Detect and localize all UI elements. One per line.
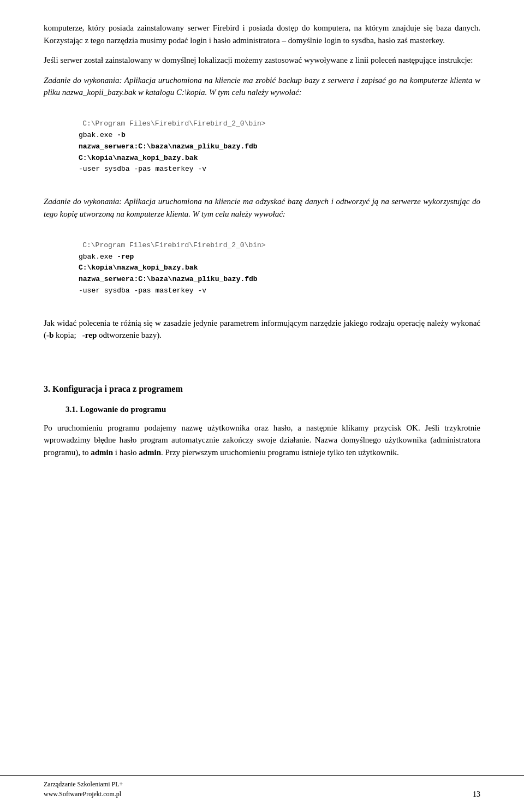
task-label-2: Zadanie do wykonania: Aplikacja uruchomi… xyxy=(44,195,480,220)
page: komputerze, który posiada zainstalowany … xyxy=(0,0,524,812)
paragraph-2: Jeśli serwer został zainstalowany w domy… xyxy=(44,54,480,67)
footer-website: www.SoftwareProjekt.com.pl xyxy=(44,789,123,799)
section-3-heading: 3. Konfiguracja i praca z programem xyxy=(44,384,480,394)
admin-label-2: admin xyxy=(139,448,161,457)
code-block-2: C:\Program Files\Firebird\Firebird_2_0\b… xyxy=(66,229,480,308)
code1-line2: gbak.exe -b xyxy=(79,130,126,141)
paragraph-4: Po uruchomieniu programu podajemy nazwę … xyxy=(44,422,480,459)
paragraph-1: komputerze, który posiada zainstalowany … xyxy=(44,22,480,46)
code1-line5: -user sysdba -pas masterkey -v xyxy=(79,164,206,175)
paragraph-3: Jak widać polecenia te różnią się w zasa… xyxy=(44,317,480,342)
code2-line1: C:\Program Files\Firebird\Firebird_2_0\b… xyxy=(82,241,265,249)
code1-line4: C:\kopia\nazwa_kopi_bazy.bak xyxy=(79,153,198,164)
footer-left: Zarządzanie Szkoleniami PL+ www.Software… xyxy=(44,779,123,799)
bold-b: -b xyxy=(46,331,53,339)
footer: Zarządzanie Szkoleniami PL+ www.Software… xyxy=(0,775,524,799)
task-label-1: Zadanie do wykonania: Aplikacja uruchomi… xyxy=(44,74,480,99)
admin-label-1: admin xyxy=(91,448,113,457)
page-number: 13 xyxy=(473,790,480,799)
code2-line5: -user sysdba -pas masterkey -v xyxy=(79,285,206,297)
code1-line3: nazwa_serwera:C:\baza\nazwa_pliku_bazy.f… xyxy=(79,141,258,153)
code-block-1: C:\Program Files\Firebird\Firebird_2_0\b… xyxy=(66,108,480,187)
code2-line2: gbak.exe -rep xyxy=(79,252,134,263)
code1-line1: C:\Program Files\Firebird\Firebird_2_0\b… xyxy=(82,120,265,128)
code2-line4: nazwa_serwera:C:\baza\nazwa_pliku_bazy.f… xyxy=(79,274,258,285)
section-31-heading: 3.1. Logowanie do programu xyxy=(66,405,480,414)
footer-company: Zarządzanie Szkoleniami PL+ xyxy=(44,779,123,789)
code2-line3: C:\kopia\nazwa_kopi_bazy.bak xyxy=(79,262,198,274)
bold-rep: -rep xyxy=(82,331,97,339)
